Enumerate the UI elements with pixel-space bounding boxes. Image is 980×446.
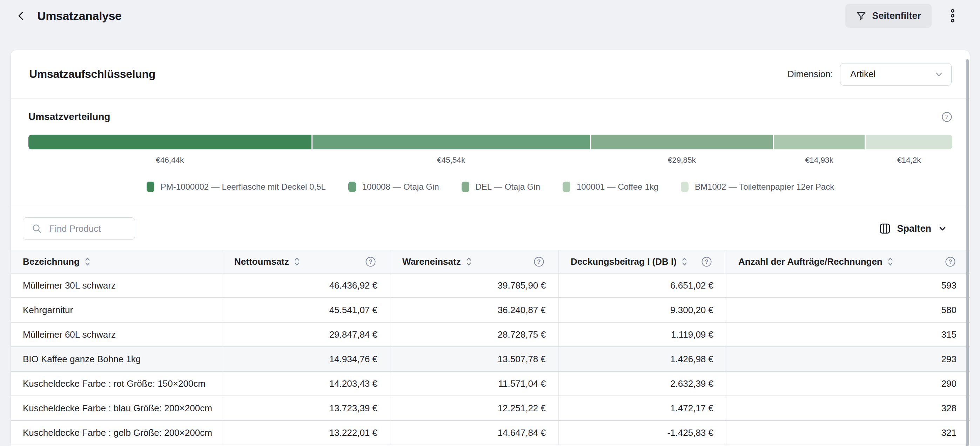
table-cell: Kuscheldecke Farbe : blau Größe: 200×200… — [11, 396, 223, 420]
bar-segment-100008[interactable] — [312, 135, 590, 149]
table-toolbar: Find Product Spalten — [11, 207, 970, 250]
funnel-icon — [856, 11, 866, 21]
bar-segment-PM-1000002[interactable] — [29, 135, 312, 149]
column-label: Nettoumsatz — [234, 256, 289, 267]
table-cell: Mülleimer 30L schwarz — [11, 273, 223, 297]
help-icon[interactable]: ? — [365, 256, 376, 267]
table-cell: 14.203,43 € — [223, 372, 390, 395]
table-cell: Kuscheldecke Farbe : rot Größe: 150×200c… — [11, 372, 223, 395]
stacked-bar — [29, 135, 952, 149]
column-label: Anzahl der Aufträge/Rechnungen — [738, 256, 883, 267]
column-header[interactable]: Nettoumsatz ? — [223, 250, 390, 273]
sort-icon[interactable] — [84, 257, 91, 267]
table-cell: BIO Kaffee ganze Bohne 1kg — [11, 347, 223, 371]
legend-label: BM1002 — Toilettenpapier 12er Pack — [695, 182, 834, 192]
sort-icon[interactable] — [466, 257, 472, 267]
legend-swatch — [146, 182, 154, 192]
columns-button[interactable]: Spalten — [879, 223, 947, 234]
column-header[interactable]: Bezeichnung — [11, 250, 223, 273]
column-header[interactable]: Deckungsbeitrag I (DB I) ? — [559, 250, 726, 273]
bar-segment-value: €45,54k — [312, 156, 590, 165]
card-title: Umsatzaufschlüsselung — [29, 68, 155, 81]
bar-segment-BM1002[interactable] — [865, 135, 952, 149]
table-cell: Mülleimer 60L schwarz — [11, 322, 223, 346]
search-icon — [32, 223, 42, 234]
table-cell: 13.222,01 € — [223, 421, 390, 444]
sort-icon[interactable] — [681, 257, 687, 267]
table-row[interactable]: Mülleimer 60L schwarz29.847,84 €28.728,7… — [11, 322, 970, 347]
table-header-row: Bezeichnung Nettoumsatz ? Wareneinsatz — [11, 250, 970, 273]
help-icon[interactable]: ? — [701, 256, 712, 267]
table-cell: 11.571,04 € — [390, 372, 559, 395]
column-label: Bezeichnung — [23, 256, 80, 267]
page-filter-button[interactable]: Seitenfilter — [845, 4, 932, 28]
legend-label: DEL — Otaja Gin — [476, 182, 541, 192]
bar-segment-DEL[interactable] — [591, 135, 773, 149]
legend-item[interactable]: DEL — Otaja Gin — [461, 182, 541, 192]
table-cell: 321 — [726, 421, 970, 444]
chevron-left-icon — [16, 11, 26, 21]
table-cell: 9.300,20 € — [559, 298, 726, 322]
back-button[interactable] — [13, 7, 29, 24]
table-row[interactable]: Kuscheldecke Farbe : blau Größe: 200×200… — [11, 396, 970, 421]
table-cell: 39.785,90 € — [390, 273, 559, 297]
legend-item[interactable]: 100001 — Coffee 1kg — [563, 182, 659, 192]
table-row[interactable]: Kuscheldecke Farbe : gelb Größe: 200×200… — [11, 421, 970, 445]
help-icon[interactable]: ? — [942, 111, 952, 122]
table-cell: 13.723,39 € — [223, 396, 390, 420]
dimension-select[interactable]: Artikel — [840, 63, 951, 86]
table-cell: 290 — [726, 372, 970, 395]
table-cell: -1.425,83 € — [559, 421, 726, 444]
table-row[interactable]: Kehrgarnitur45.541,07 €36.240,87 €9.300,… — [11, 298, 970, 322]
legend-label: 100008 — Otaja Gin — [362, 182, 439, 192]
table-row[interactable]: Kuscheldecke Farbe : rot Größe: 150×200c… — [11, 372, 970, 396]
bar-segment-value: €29,85k — [591, 156, 773, 165]
legend-item[interactable]: 100008 — Otaja Gin — [348, 182, 439, 192]
table-cell: 29.847,84 € — [223, 322, 390, 346]
page-title: Umsatzanalyse — [37, 9, 122, 23]
sort-icon[interactable] — [888, 257, 893, 267]
column-label: Deckungsbeitrag I (DB I) — [571, 256, 676, 267]
legend-label: PM-1000002 — Leerflasche mit Deckel 0,5L — [161, 182, 326, 192]
table-cell: 6.651,02 € — [559, 273, 726, 297]
table-cell: 45.541,07 € — [223, 298, 390, 322]
column-header[interactable]: Anzahl der Aufträge/Rechnungen ? — [726, 250, 970, 273]
table-row[interactable]: BIO Kaffee ganze Bohne 1kg14.934,76 €13.… — [11, 347, 970, 372]
columns-button-label: Spalten — [897, 223, 931, 234]
table-cell: 14.934,76 € — [223, 347, 390, 371]
table-cell: 46.436,92 € — [223, 273, 390, 297]
bar-segment-100001[interactable] — [774, 135, 865, 149]
vertical-scrollbar[interactable] — [966, 59, 969, 446]
more-options-button[interactable] — [945, 5, 960, 26]
bar-segment-value: €14,2k — [865, 156, 952, 165]
table-body: Mülleimer 30L schwarz46.436,92 €39.785,9… — [11, 273, 970, 445]
dimension-control: Dimension: Artikel — [788, 63, 951, 86]
table-cell: 315 — [726, 322, 970, 346]
svg-text:?: ? — [369, 259, 372, 265]
svg-text:?: ? — [705, 259, 708, 265]
table-cell: 12.251,22 € — [390, 396, 559, 420]
help-icon[interactable]: ? — [945, 256, 956, 267]
column-label: Wareneinsatz — [402, 256, 461, 267]
page-filter-label: Seitenfilter — [872, 11, 921, 21]
legend-item[interactable]: PM-1000002 — Leerflasche mit Deckel 0,5L — [146, 182, 326, 192]
column-header[interactable]: Wareneinsatz ? — [390, 250, 559, 273]
card-header: Umsatzaufschlüsselung Dimension: Artikel — [11, 50, 970, 98]
table-cell: 293 — [726, 347, 970, 371]
svg-text:?: ? — [948, 259, 952, 265]
legend-label: 100001 — Coffee 1kg — [577, 182, 659, 192]
table-cell: 28.728,75 € — [390, 322, 559, 346]
sort-icon[interactable] — [294, 257, 300, 267]
table-row[interactable]: Mülleimer 30L schwarz46.436,92 €39.785,9… — [11, 273, 970, 298]
legend-swatch — [681, 182, 689, 192]
table-cell: 14.647,84 € — [390, 421, 559, 444]
legend-item[interactable]: BM1002 — Toilettenpapier 12er Pack — [681, 182, 834, 192]
search-input[interactable]: Find Product — [23, 217, 135, 240]
help-icon[interactable]: ? — [533, 256, 544, 267]
chevron-down-icon — [937, 224, 947, 233]
table-cell: 1.472,17 € — [559, 396, 726, 420]
table-cell: Kehrgarnitur — [11, 298, 223, 322]
table-cell: 36.240,87 € — [390, 298, 559, 322]
dimension-selected-value: Artikel — [850, 69, 875, 79]
svg-text:?: ? — [945, 114, 948, 120]
